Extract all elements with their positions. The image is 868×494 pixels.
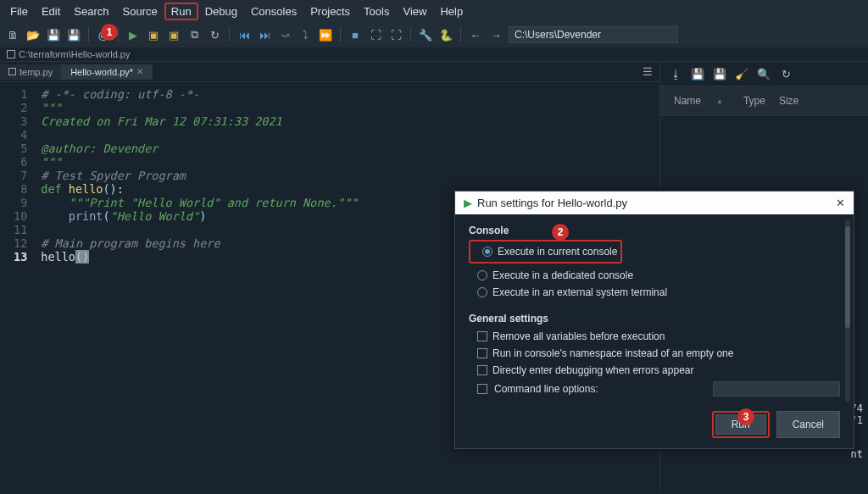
check-debug-errors[interactable]: Directly enter debugging when errors app… (469, 362, 840, 379)
radio-execute-external[interactable]: Execute in an external system terminal (469, 284, 840, 301)
radio-icon (477, 270, 487, 280)
menu-search[interactable]: Search (67, 3, 115, 20)
variable-toolbar: ⭳ 💾 💾 🧹 🔍 ↻ (660, 62, 868, 86)
open-file-icon[interactable]: 📂 (25, 27, 41, 42)
code-line[interactable]: """ (41, 101, 358, 114)
debug-step-back-icon[interactable]: ⏮ (236, 27, 252, 42)
code-line[interactable]: # -*- coding: utf-8 -*- (41, 87, 358, 101)
menu-source[interactable]: Source (116, 3, 164, 20)
save-data-as-icon[interactable]: 💾 (713, 67, 726, 80)
output-fragment: nt (851, 448, 863, 460)
new-file-icon[interactable]: 🗎 (5, 27, 20, 42)
line-number: 3 (14, 114, 27, 128)
line-number: 12 (14, 236, 27, 250)
code-line[interactable]: def hello(): (41, 182, 358, 196)
save-all-icon[interactable]: 💾 (66, 27, 81, 42)
close-icon[interactable]: ✕ (136, 67, 143, 76)
run-settings-dialog: ▶ Run settings for Hello-world.py ✕ Cons… (454, 191, 854, 449)
maximize-pane-icon[interactable]: ⛶ (368, 27, 383, 42)
col-size[interactable]: Size (772, 86, 805, 115)
save-icon[interactable]: 💾 (46, 27, 61, 42)
code-line[interactable]: Created on Fri Mar 12 07:31:33 2021 (41, 114, 358, 128)
debug-step-into-icon[interactable]: ⤵ (298, 27, 313, 42)
line-number: 5 (14, 142, 27, 155)
menu-bar: FileEditSearchSourceRunDebugConsolesProj… (0, 0, 868, 22)
code-line[interactable]: """Print "Hello World" and return None."… (41, 196, 358, 209)
menu-view[interactable]: View (396, 3, 433, 20)
remove-all-icon[interactable]: 🧹 (735, 67, 748, 80)
check-label: Directly enter debugging when errors app… (492, 364, 693, 376)
play-icon: ▶ (464, 197, 472, 209)
line-number: 9 (14, 196, 27, 209)
line-number: 7 (14, 169, 27, 182)
code-line[interactable]: @author: Devender (41, 142, 358, 155)
menu-consoles[interactable]: Consoles (244, 3, 303, 20)
save-data-icon[interactable]: 💾 (691, 67, 704, 80)
tab-temp-py[interactable]: temp.py (0, 64, 62, 80)
variable-header: Name▲ Type Size (660, 86, 868, 116)
menu-tools[interactable]: Tools (357, 3, 396, 20)
line-number: 4 (14, 128, 27, 142)
code-line[interactable] (41, 128, 358, 142)
debug-continue-icon[interactable]: ⏩ (318, 27, 333, 42)
checkbox-icon (477, 365, 487, 375)
rerun-icon[interactable]: ↻ (207, 27, 222, 42)
radio-execute-dedicated[interactable]: Execute in a dedicated console (469, 267, 840, 284)
close-icon[interactable]: ✕ (836, 197, 845, 209)
radio-icon (482, 247, 492, 257)
line-number: 10 (14, 209, 27, 223)
debug-step-icon[interactable]: ⏭ (257, 27, 272, 42)
main-toolbar: 🗎 📂 💾 💾 @ ▶ ▣ ▣ ⧉ ↻ ⏮ ⏭ ⤻ ⤵ ⏩ ■ ⛶ ⛶ 🔧 🐍 … (0, 22, 868, 47)
import-data-icon[interactable]: ⭳ (669, 67, 682, 80)
code-line[interactable]: """ (41, 155, 358, 169)
run-selection-icon[interactable]: ⧉ (186, 27, 202, 42)
console-section-title: Console (469, 225, 840, 236)
menu-file[interactable]: File (3, 3, 35, 20)
dialog-scrollbar[interactable] (845, 219, 850, 402)
breadcrumb-icon (7, 50, 15, 58)
line-number: 11 (14, 223, 27, 236)
working-dir-input[interactable] (509, 26, 678, 43)
run-icon[interactable]: ▶ (125, 27, 141, 42)
menu-edit[interactable]: Edit (35, 3, 67, 20)
code-line[interactable]: print("Hello World") (41, 209, 358, 223)
fullscreen-icon[interactable]: ⛶ (388, 27, 403, 42)
stop-icon[interactable]: ■ (348, 27, 363, 42)
radio-label: Execute in an external system terminal (492, 286, 667, 298)
preferences-icon[interactable]: 🔧 (418, 27, 433, 42)
general-section-title: General settings (469, 313, 840, 325)
check-cmdline[interactable]: Command line options: (469, 379, 840, 399)
code-line[interactable]: # Main program begins here (41, 236, 358, 250)
refresh-icon[interactable]: ↻ (779, 67, 793, 80)
run-cell-icon[interactable]: ▣ (146, 27, 161, 42)
pythonpath-icon[interactable]: 🐍 (438, 27, 453, 42)
line-number: 13 (14, 250, 27, 264)
col-name[interactable]: Name▲ (660, 86, 737, 115)
check-label: Remove all variables before execution (492, 330, 665, 342)
editor-menu-icon[interactable]: ☰ (636, 62, 659, 81)
code-line[interactable] (41, 223, 358, 236)
code-line[interactable]: # Test Spyder Program (41, 169, 358, 182)
line-number: 2 (14, 101, 27, 114)
menu-run[interactable]: Run (164, 3, 198, 20)
editor-tabs: temp.pyHello-world.py*✕☰ (0, 62, 659, 82)
check-remove-vars[interactable]: Remove all variables before execution (469, 328, 840, 345)
forward-icon[interactable]: → (488, 27, 504, 42)
callout-1: 1 (101, 24, 118, 41)
menu-help[interactable]: Help (433, 3, 470, 20)
menu-debug[interactable]: Debug (198, 3, 244, 20)
debug-step-over-icon[interactable]: ⤻ (277, 27, 292, 42)
run-cell-advance-icon[interactable]: ▣ (166, 27, 181, 42)
code-line[interactable]: hello() (41, 250, 358, 264)
tab-hello-world-py-[interactable]: Hello-world.py*✕ (62, 64, 153, 80)
cancel-button[interactable]: Cancel (776, 411, 840, 438)
breadcrumb: C:\terraform\Hello-world.py (0, 47, 868, 62)
col-type[interactable]: Type (737, 86, 772, 115)
back-icon[interactable]: ← (468, 27, 483, 42)
cmdline-input[interactable] (713, 381, 840, 397)
check-namespace[interactable]: Run in console's namespace instead of an… (469, 345, 840, 362)
search-icon[interactable]: 🔍 (757, 67, 771, 80)
radio-label: Execute in current console (498, 246, 617, 258)
radio-execute-current[interactable]: Execute in current console (474, 243, 617, 260)
menu-projects[interactable]: Projects (303, 3, 357, 20)
